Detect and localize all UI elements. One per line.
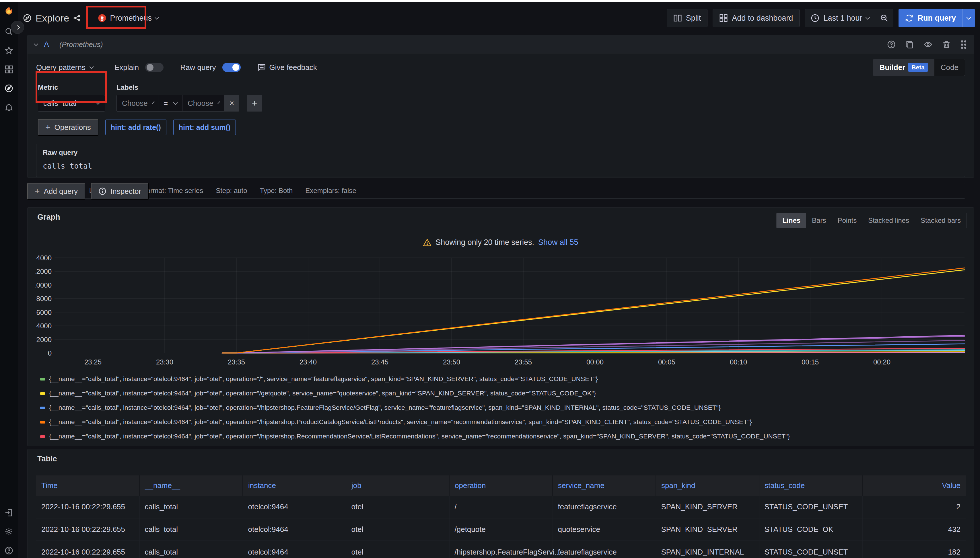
apps-icon <box>719 14 728 22</box>
explain-label: Explain <box>115 63 139 72</box>
copy-icon[interactable] <box>905 40 914 49</box>
bell-icon[interactable] <box>3 102 15 113</box>
table-cell: otelcol:9464 <box>243 496 346 518</box>
table-header-time[interactable]: Time <box>36 476 140 496</box>
table-cell: quoteservice <box>552 518 656 541</box>
series-limit-warning: Showing only 20 time series. Show all 55 <box>28 238 974 247</box>
help-icon[interactable] <box>3 545 15 556</box>
metric-select[interactable]: calls_total <box>38 95 105 112</box>
eye-icon[interactable] <box>924 40 932 49</box>
table-cell: otelcol:9464 <box>243 518 346 541</box>
sync-icon <box>905 14 913 22</box>
remove-label-button[interactable]: × <box>224 95 239 112</box>
explain-toggle[interactable] <box>145 63 163 72</box>
svg-text:23:45: 23:45 <box>371 358 388 366</box>
show-all-series-link[interactable]: Show all 55 <box>538 238 578 247</box>
label-operator-select[interactable]: = <box>158 95 183 112</box>
gear-icon[interactable] <box>3 526 15 537</box>
legend-row[interactable]: {__name__="calls_total", instance="otelc… <box>40 419 974 426</box>
graph-mode-lines[interactable]: Lines <box>776 213 806 228</box>
legend-swatch <box>40 378 45 381</box>
table-header-operation[interactable]: operation <box>449 476 552 496</box>
help-circle-icon[interactable] <box>887 40 896 49</box>
raw-query-toggle[interactable] <box>222 63 241 72</box>
table-header-__name__[interactable]: __name__ <box>140 476 243 496</box>
query-row-header[interactable]: A (Prometheus) <box>28 35 974 54</box>
time-series-chart[interactable]: 0200040006000800010000120001400023:2523:… <box>28 252 974 368</box>
legend-swatch <box>40 435 45 438</box>
table-header-value[interactable]: Value <box>862 476 966 496</box>
label-value-select[interactable]: Choose <box>183 95 224 112</box>
compass-icon <box>23 14 31 22</box>
star-icon[interactable] <box>3 45 15 56</box>
run-query-button[interactable]: Run query <box>898 9 962 27</box>
table-row[interactable]: 2022-10-16 00:22:29.655calls_totalotelco… <box>36 496 966 518</box>
graph-mode-points[interactable]: Points <box>832 213 862 228</box>
table-cell: otelcol:9464 <box>243 541 346 558</box>
options-row[interactable]: Options Legend: AutoFormat: Time seriesS… <box>36 183 965 199</box>
table-header-instance[interactable]: instance <box>243 476 346 496</box>
sidebar-expand-button[interactable] <box>11 21 24 34</box>
chart-legend: {__name__="calls_total", instance="otelc… <box>40 375 974 446</box>
option-summary-item: Exemplars: false <box>305 187 356 195</box>
run-query-caret[interactable] <box>962 9 975 27</box>
legend-row[interactable]: {__name__="calls_total", instance="otelc… <box>40 404 974 412</box>
hint-add-sum-button[interactable]: hint: add sum() <box>173 120 236 135</box>
give-feedback-link[interactable]: Give feedback <box>257 63 317 72</box>
table-cell: /hipstershop.FeatureFlagServi... <box>449 541 552 558</box>
grafana-logo[interactable] <box>2 5 15 18</box>
svg-text:14000: 14000 <box>36 254 52 262</box>
table-row[interactable]: 2022-10-16 00:22:29.655calls_totalotelco… <box>36 518 966 541</box>
label-name-select[interactable]: Choose <box>117 95 158 112</box>
warning-text: Showing only 20 time series. <box>436 238 534 247</box>
legend-row[interactable]: {__name__="calls_total", instance="otelc… <box>40 433 974 440</box>
add-to-dashboard-button[interactable]: Add to dashboard <box>713 9 799 27</box>
option-summary-item: Step: auto <box>216 187 247 195</box>
trash-icon[interactable] <box>942 40 951 49</box>
operations-button[interactable]: + Operations <box>38 119 99 136</box>
share-icon[interactable] <box>73 14 81 22</box>
add-label-button[interactable]: + <box>247 95 262 112</box>
split-button[interactable]: Split <box>667 9 708 27</box>
svg-text:23:35: 23:35 <box>228 358 245 366</box>
dashboards-icon[interactable] <box>3 64 15 75</box>
graph-mode-stacked-lines[interactable]: Stacked lines <box>862 213 915 228</box>
add-query-button[interactable]: + Add query <box>27 183 85 200</box>
plus-icon: + <box>45 122 51 132</box>
explore-compass-icon[interactable] <box>3 82 15 94</box>
clock-icon <box>811 14 819 22</box>
svg-text:6000: 6000 <box>36 309 52 316</box>
metric-field: Metric calls_total <box>38 84 105 112</box>
signin-icon[interactable] <box>3 507 15 519</box>
code-tab[interactable]: Code <box>934 59 965 76</box>
table-header-service_name[interactable]: service_name <box>552 476 656 496</box>
time-range-button[interactable]: Last 1 hour <box>805 9 875 27</box>
collapse-chevron-icon[interactable] <box>34 41 38 46</box>
raw-query-expression: calls_total <box>43 162 959 170</box>
sidebar <box>0 2 18 558</box>
graph-mode-stacked-bars[interactable]: Stacked bars <box>915 213 967 228</box>
datasource-picker[interactable]: Prometheus <box>92 10 164 27</box>
table-row[interactable]: 2022-10-16 00:22:29.655calls_totalotelco… <box>36 541 966 558</box>
legend-row[interactable]: {__name__="calls_total", instance="otelc… <box>40 390 974 397</box>
zoom-out-button[interactable] <box>875 9 893 27</box>
table-cell: otel <box>346 541 449 558</box>
table-header-status_code[interactable]: status_code <box>759 476 862 496</box>
time-range-label: Last 1 hour <box>823 14 862 23</box>
svg-text:0: 0 <box>48 349 52 357</box>
table-cell: 2022-10-16 00:22:29.655 <box>36 518 140 541</box>
inspector-button[interactable]: Inspector <box>91 183 149 200</box>
legend-swatch <box>40 392 45 395</box>
graph-mode-bars[interactable]: Bars <box>806 213 832 228</box>
builder-tab[interactable]: Builder Beta <box>873 59 934 76</box>
drag-handle-icon[interactable] <box>960 40 967 49</box>
svg-text:00:20: 00:20 <box>873 358 891 366</box>
query-patterns-dropdown[interactable]: Query patterns <box>36 63 93 72</box>
hint-add-rate-button[interactable]: hint: add rate() <box>105 120 166 135</box>
table-header-span_kind[interactable]: span_kind <box>656 476 759 496</box>
legend-row[interactable]: {__name__="calls_total", instance="otelc… <box>40 375 974 383</box>
svg-text:10000: 10000 <box>36 281 52 289</box>
table-header-job[interactable]: job <box>346 476 449 496</box>
table-cell: 2 <box>862 496 966 518</box>
svg-text:2000: 2000 <box>36 336 52 343</box>
